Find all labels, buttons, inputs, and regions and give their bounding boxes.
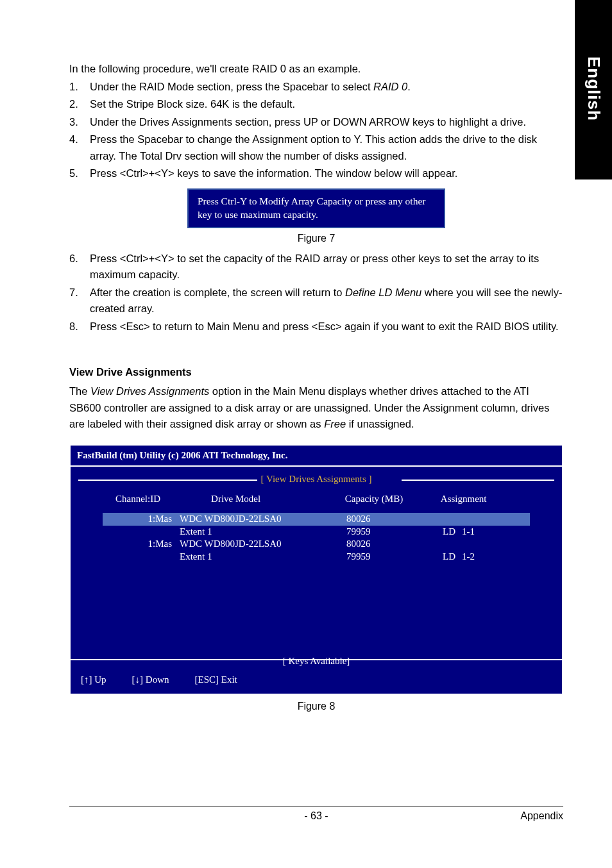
page-footer: - 63 - Appendix — [69, 806, 563, 822]
list-item: 3.Under the Drives Assignments section, … — [69, 114, 563, 131]
table-row: Extent 179959LD1-1 — [103, 526, 530, 538]
list-item: 1.Under the RAID Mode section, press the… — [69, 79, 563, 96]
dialog-box: Press Ctrl-Y to Modify Array Capacity or… — [187, 188, 445, 228]
list-item: 4.Press the Spacebar to change the Assig… — [69, 131, 563, 164]
list-item: 6.Press <Ctrl>+<Y> to set the capacity o… — [69, 251, 563, 283]
section-body: The View Drives Assignments option in th… — [69, 383, 563, 433]
table-row: 1:MasWDC WD800JD-22LSA080026 — [103, 538, 530, 551]
intro-text: In the following procedure, we'll create… — [69, 61, 563, 78]
key-down: [↓] Down — [132, 672, 169, 687]
list-item: 8.Press <Esc> to return to Main Menu and… — [69, 319, 563, 335]
key-up: [↑] Up — [81, 672, 106, 687]
bios-keys-row: [ Keys Available] [↑] Up [↓] Down [ESC] … — [71, 659, 562, 694]
key-esc: [ESC] Exit — [194, 672, 237, 687]
table-row: 1:MasWDC WD800JD-22LSA080026 — [103, 513, 530, 526]
steps-list-b: 6.Press <Ctrl>+<Y> to set the capacity o… — [69, 251, 563, 335]
list-item: 7.After the creation is complete, the sc… — [69, 285, 563, 317]
dialog-text: Press Ctrl-Y to Modify Array Capacity or… — [198, 196, 425, 220]
bios-table: Channel:ID Drive Model Capacity (MB) Ass… — [103, 492, 530, 563]
bios-section-label: [ View Drives Assignments ] — [71, 472, 562, 487]
bios-rows: 1:MasWDC WD800JD-22LSA080026Extent 17995… — [103, 513, 530, 563]
bios-screen: FastBuild (tm) Utility (c) 2006 ATI Tech… — [69, 444, 563, 696]
footer-section: Appendix — [520, 810, 563, 822]
bios-body: [ View Drives Assignments ] Channel:ID D… — [71, 472, 562, 659]
language-tab: English — [575, 0, 612, 179]
figure-7-caption: Figure 7 — [69, 231, 563, 247]
page-number: - 63 - — [304, 810, 328, 822]
page-content: In the following procedure, we'll create… — [69, 61, 563, 719]
table-row: Extent 179959LD1-2 — [103, 551, 530, 563]
section-heading: View Drive Assignments — [69, 364, 563, 381]
bios-title: FastBuild (tm) Utility (c) 2006 ATI Tech… — [71, 446, 562, 467]
list-item: 2.Set the Stripe Block size. 64K is the … — [69, 96, 563, 113]
list-item: 5.Press <Ctrl>+<Y> keys to save the info… — [69, 165, 563, 182]
language-tab-text: English — [584, 56, 604, 121]
bios-table-header: Channel:ID Drive Model Capacity (MB) Ass… — [103, 492, 530, 506]
figure-8-caption: Figure 8 — [69, 699, 563, 715]
steps-list-a: 1.Under the RAID Mode section, press the… — [69, 79, 563, 182]
